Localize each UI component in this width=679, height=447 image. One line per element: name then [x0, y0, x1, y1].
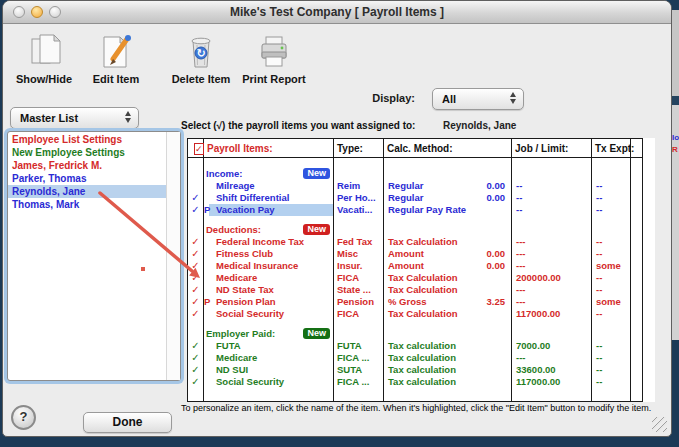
table-row: ✓Federal Income TaxFed TaxTax Calculatio… [188, 236, 642, 248]
calc-method-cell: Tax calculation [383, 376, 511, 388]
assigned-checkmark[interactable]: ✓ [188, 284, 203, 296]
column-header-calc-method: Calc. Method: [383, 143, 511, 154]
assigned-checkmark[interactable]: ✓ [188, 340, 203, 352]
item-name[interactable]: Pension Plan [209, 296, 276, 307]
trash-icon: ↻ [165, 33, 237, 71]
tx-expt-cell: -- [591, 340, 630, 352]
edit-item-button[interactable]: Edit Item [83, 33, 149, 85]
tx-expt-cell: -- [591, 284, 630, 296]
assigned-checkmark[interactable]: ✓ [188, 260, 203, 272]
item-name[interactable]: Social Security [209, 308, 284, 319]
assigned-checkmark[interactable]: ✓ [188, 296, 203, 308]
section-name: Income: [203, 168, 242, 179]
table-row: ✓Shift DifferentialPer Ho...Regular0.00-… [188, 192, 642, 204]
assigned-checkmark[interactable]: ✓ [188, 308, 203, 320]
new-badge: New [303, 224, 330, 235]
item-name[interactable]: ND State Tax [209, 284, 274, 295]
item-cell: Medicare [203, 352, 333, 364]
calc-method-name: Tax Calculation [388, 308, 458, 320]
table-row: ✓PVacation PayVacati...Regular Pay Rate-… [188, 204, 642, 216]
resize-grip[interactable] [652, 417, 667, 432]
assigned-checkmark[interactable]: ✓ [188, 204, 203, 216]
item-name[interactable]: Milreage [209, 180, 255, 191]
list-item[interactable]: Thomas, Mark [8, 198, 167, 211]
item-name[interactable]: Fitness Club [209, 248, 273, 259]
help-button[interactable]: ? [11, 405, 36, 430]
calc-method-cell: Tax calculation [383, 340, 511, 352]
job-limit-cell: -- [511, 192, 591, 204]
job-limit-cell: --- [511, 236, 591, 248]
column-header-payroll-items: Payroll Items: [203, 143, 333, 154]
assigned-checkmark[interactable]: ✓ [188, 236, 203, 248]
calc-method-name: Tax calculation [388, 364, 456, 376]
display-dropdown[interactable]: All [432, 88, 524, 110]
item-name[interactable]: Federal Income Tax [209, 236, 304, 247]
type-cell: FICA [333, 272, 383, 284]
assigned-checkmark[interactable] [188, 180, 203, 192]
type-cell: Insur. [333, 260, 383, 272]
delete-item-button[interactable]: ↻ Delete Item [165, 33, 237, 85]
section-name-cell: Employer Paid:New [203, 328, 333, 340]
assigned-checkmark[interactable]: ✓ [188, 248, 203, 260]
section-name-cell: Income:New [203, 168, 333, 180]
assigned-checkmark[interactable]: ✓ [188, 364, 203, 376]
calc-method-name: Tax Calculation [388, 284, 458, 296]
tx-expt-cell: -- [591, 364, 630, 376]
employee-list-scrollbar[interactable] [166, 132, 180, 380]
table-row: ✓Social SecurityFICATax Calculation11700… [188, 308, 642, 320]
print-report-button[interactable]: Print Report [237, 33, 311, 85]
type-cell: FUTA [333, 340, 383, 352]
table-row: MilreageReimRegular0.00---- [188, 180, 642, 192]
item-cell: Shift Differential [203, 192, 333, 204]
title-bar[interactable]: Mike's Test Company [ Payroll Items ] [3, 1, 671, 24]
item-cell: Social Security [203, 308, 333, 320]
item-name[interactable]: Vacation Pay [209, 204, 275, 215]
job-limit-cell: 7000.00 [511, 340, 591, 352]
list-item[interactable]: James, Fredrick M. [8, 159, 167, 172]
section-header-row: Income:New [188, 168, 642, 180]
assigned-checkmark[interactable]: ✓ [188, 272, 203, 284]
payroll-items-window: Mike's Test Company [ Payroll Items ] Sh… [2, 0, 672, 437]
item-name[interactable]: Medical Insurance [209, 260, 298, 271]
list-item[interactable]: Employee List Settings [8, 133, 167, 146]
table-row: ✓PPension PlanPension% Gross3.25---some [188, 296, 642, 308]
window-title: Mike's Test Company [ Payroll Items ] [3, 5, 671, 19]
type-cell: FICA ... [333, 352, 383, 364]
job-limit-cell: --- [511, 260, 591, 272]
display-label: Display: [333, 92, 415, 104]
item-name[interactable]: Shift Differential [209, 192, 289, 203]
item-cell: PPension Plan [203, 296, 333, 308]
item-name[interactable]: FUTA [209, 340, 241, 351]
item-name[interactable]: Medicare [209, 272, 257, 283]
printer-icon [237, 33, 311, 71]
list-item[interactable]: Reynolds, Jane [8, 185, 167, 198]
item-name[interactable]: Medicare [209, 352, 257, 363]
calc-method-value: 0.00 [487, 180, 506, 192]
table-row: ✓Fitness ClubMiscAmount0.00----- [188, 248, 642, 260]
item-name[interactable]: Social Security [209, 376, 284, 387]
show-hide-button[interactable]: Show/Hide [7, 33, 81, 85]
done-button[interactable]: Done [83, 412, 172, 433]
svg-text:↻: ↻ [196, 47, 205, 59]
tx-expt-cell: -- [591, 192, 630, 204]
employee-list-panel: Employee List SettingsNew Employee Setti… [7, 131, 181, 381]
item-cell: Medicare [203, 272, 333, 284]
item-name[interactable]: ND SUI [209, 364, 248, 375]
assigned-checkmark[interactable]: ✓ [188, 376, 203, 388]
assigned-checkmark[interactable]: ✓ [188, 352, 203, 364]
calc-method-cell: % Gross3.25 [383, 296, 511, 308]
job-limit-cell: -- [511, 204, 591, 216]
item-cell: Fitness Club [203, 248, 333, 260]
tx-expt-cell: -- [591, 376, 630, 388]
type-cell: Vacati... [333, 204, 383, 216]
master-list-dropdown[interactable]: Master List [10, 107, 139, 129]
calc-method-cell: Regular0.00 [383, 192, 511, 204]
list-item[interactable]: Parker, Thomas [8, 172, 167, 185]
section-name-cell: Deductions:New [203, 224, 333, 236]
table-header-row: ✓ Payroll Items: Type: Calc. Method: Job… [188, 139, 642, 158]
assigned-checkmark[interactable]: ✓ [188, 192, 203, 204]
item-cell: Federal Income Tax [203, 236, 333, 248]
list-item[interactable]: New Employee Settings [8, 146, 167, 159]
type-cell: State ... [333, 284, 383, 296]
column-header-job-limit: Job / Limit: [511, 143, 591, 154]
